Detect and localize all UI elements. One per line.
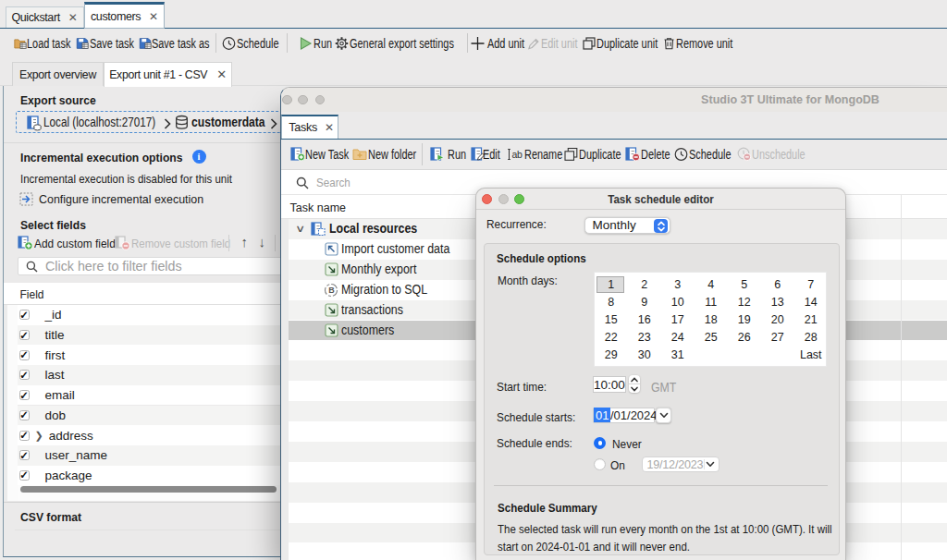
svg-text:B: B	[328, 286, 335, 295]
svg-text:ab: ab	[511, 149, 523, 160]
